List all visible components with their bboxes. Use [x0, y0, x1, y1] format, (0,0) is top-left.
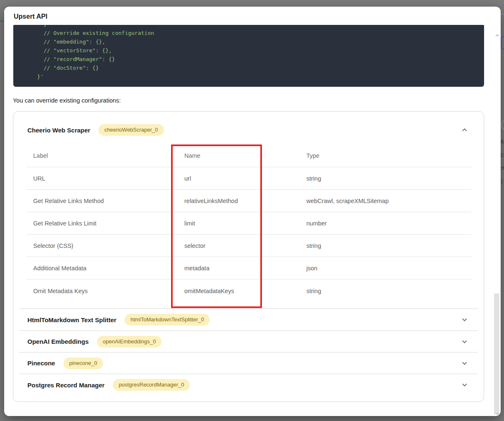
table-cell: Get Relative Links Limit	[33, 220, 184, 227]
table-cell: Omit Metadata Keys	[33, 288, 184, 294]
table-header-label: Label	[33, 152, 184, 159]
table-cell: string	[306, 242, 471, 249]
table-row: Additional Metadata metadata json	[27, 257, 471, 279]
table-row: Selector (CSS) selector string	[27, 235, 471, 257]
table-cell: metadata	[184, 265, 306, 272]
chevron-down-icon[interactable]	[460, 338, 469, 346]
table-cell: json	[306, 265, 471, 272]
table-row: URL url string	[27, 167, 471, 190]
background-fragment-text: &	[500, 138, 504, 144]
accordion-header-postgres-record-manager[interactable]: Postgres Record Manager postgresRecordMa…	[19, 374, 478, 396]
code-lines: } // Override existing configuration // …	[24, 25, 477, 81]
table-row: Get Relative Links Limit limit number	[27, 212, 471, 235]
background-fragment-line	[501, 14, 504, 15]
config-accordion-card: Cheerio Web Scraper cheerioWebScraper_0 …	[13, 111, 484, 402]
node-id-badge: pinecone_0	[64, 357, 103, 369]
table-cell: limit	[184, 220, 306, 227]
section-label: OpenAI Embeddings	[27, 338, 89, 345]
accordion-header-openai-embeddings[interactable]: OpenAI Embeddings openAIEmbeddings_0	[19, 330, 478, 352]
code-line: // Override existing configuration	[24, 29, 477, 37]
background-fragment-line	[0, 21, 4, 22]
chevron-up-icon[interactable]	[460, 126, 469, 134]
table-cell: url	[184, 175, 306, 182]
code-line: }'	[24, 72, 477, 81]
table-header-type: Type	[306, 152, 471, 159]
code-line: // "vectorStore": {},	[24, 46, 477, 55]
table-cell: webCrawl, scrapeXMLSitemap	[306, 198, 471, 204]
table-cell: number	[306, 220, 471, 227]
accordion-header-pinecone[interactable]: Pinecone pinecone_0	[19, 352, 478, 374]
scrollbar-thumb[interactable]	[494, 294, 499, 414]
table-cell: Additional Metadata	[33, 265, 184, 272]
dialog-title: Upsert API	[14, 10, 47, 23]
node-id-badge: htmlToMarkdownTextSplitter_0	[125, 314, 210, 326]
code-line: // "embedding": {},	[24, 37, 477, 46]
parameters-table: Label Name Type URL url string Get Relat…	[27, 144, 471, 302]
section-label: Pinecone	[27, 360, 55, 367]
table-row: Get Relative Links Method relativeLinksM…	[27, 190, 471, 212]
scroll-up-arrow-icon[interactable]	[495, 34, 499, 36]
section-label: Postgres Record Manager	[27, 382, 105, 389]
table-header-name: Name	[184, 152, 306, 159]
background-fragment-button-edge	[501, 36, 504, 50]
accordion-header-cheerio-web-scraper[interactable]: Cheerio Web Scraper cheerioWebScraper_0	[13, 118, 484, 142]
code-line: }	[24, 25, 477, 29]
chevron-down-icon[interactable]	[460, 316, 469, 324]
scroll-down-arrow-icon[interactable]	[495, 413, 499, 415]
table-header-row: Label Name Type	[27, 144, 471, 167]
api-code-block: } // Override existing configuration // …	[13, 25, 484, 87]
chevron-down-icon[interactable]	[460, 359, 469, 367]
chevron-down-icon[interactable]	[460, 381, 469, 389]
code-line: // "recordManager": {}	[24, 55, 477, 64]
dialog-scrollbar[interactable]	[494, 24, 500, 416]
table-cell: selector	[184, 242, 306, 249]
section-label: Cheerio Web Scraper	[27, 127, 90, 134]
table-cell: string	[306, 288, 471, 294]
code-line: // "docStore": {}	[24, 64, 477, 72]
node-id-badge: openAIEmbeddings_0	[97, 336, 162, 348]
section-label: HtmlToMarkdown Text Splitter	[27, 316, 116, 323]
background-fragment-circle	[501, 120, 504, 130]
node-id-badge: cheerioWebScraper_0	[98, 124, 164, 136]
table-cell: URL	[33, 175, 184, 182]
table-cell: Get Relative Links Method	[33, 198, 184, 204]
table-cell: Selector (CSS)	[33, 242, 184, 249]
accordion-header-htmltomarkdown-text-splitter[interactable]: HtmlToMarkdown Text Splitter htmlToMarkd…	[19, 308, 478, 330]
upsert-api-dialog: Upsert API } // Override existing config…	[4, 7, 501, 416]
table-cell: relativeLinksMethod	[184, 198, 306, 204]
table-cell: omitMetadataKeys	[184, 288, 306, 294]
node-id-badge: postgresRecordManager_0	[113, 379, 190, 391]
background-fragment-text: |	[501, 178, 502, 184]
override-config-intro: You can override existing configurations…	[13, 97, 121, 104]
table-cell: string	[306, 175, 471, 182]
table-row: Omit Metadata Keys omitMetadataKeys stri…	[27, 279, 471, 302]
